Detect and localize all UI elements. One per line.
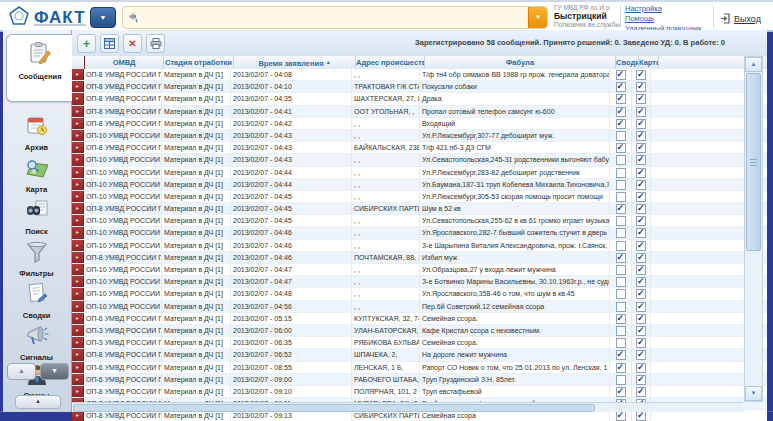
karta-checkbox[interactable] — [636, 94, 646, 104]
table-row[interactable]: ▸ ОП-8 УМВД РОССИИ ПО Г.ИРКУТСКУ Материа… — [72, 106, 767, 118]
svodka-checkbox[interactable] — [616, 143, 626, 153]
column-omvd[interactable]: ОМВД — [85, 56, 164, 69]
sidebar-item-search[interactable]: Поиск — [3, 198, 70, 236]
row-expand-button[interactable]: ▸ — [72, 215, 84, 226]
row-expand-button[interactable]: ▸ — [72, 69, 84, 80]
karta-checkbox[interactable] — [636, 314, 646, 324]
karta-checkbox[interactable] — [636, 363, 646, 373]
table-row[interactable]: ▸ ОП-3 УМВД РОССИИ ПО Г.ИРКУТСКУ Материа… — [72, 325, 767, 337]
table-row[interactable]: ▸ ОП-10 УМВД РОССИИ ПО Г.ИРКУТСКУ Матери… — [72, 215, 767, 227]
svodka-checkbox[interactable] — [616, 107, 626, 117]
svodka-checkbox[interactable] — [616, 192, 626, 202]
karta-checkbox[interactable] — [636, 155, 646, 165]
vertical-scrollbar[interactable]: ▲ ▼ — [744, 56, 763, 402]
karta-checkbox[interactable] — [636, 277, 646, 287]
karta-checkbox[interactable] — [636, 387, 646, 397]
column-time[interactable]: Время заявления ▲ — [234, 56, 356, 69]
sidebar-item-messages[interactable]: Сообщения — [6, 34, 73, 102]
karta-checkbox[interactable] — [636, 192, 646, 202]
horizontal-scrollbar[interactable] — [72, 402, 743, 412]
table-row[interactable]: ▸ ОП-10 УМВД РОССИИ ПО Г.ИРКУТСКУ Матери… — [72, 191, 767, 203]
row-expand-button[interactable]: ▸ — [72, 191, 84, 202]
sidebar-collapse-button[interactable]: ▴ — [15, 395, 61, 409]
logout-button[interactable]: Выход — [720, 10, 761, 28]
column-karta[interactable]: Карта — [639, 56, 659, 69]
table-row[interactable]: ▸ ОП-8 УМВД РОССИИ ПО Г.ИРКУТСКУ Материа… — [72, 203, 767, 215]
svodka-checkbox[interactable] — [616, 265, 626, 275]
svodka-checkbox[interactable] — [616, 363, 626, 373]
karta-checkbox[interactable] — [636, 265, 646, 275]
table-row[interactable]: ▸ ОП-3 УМВД РОССИИ ПО Г.ИРКУТСКУ Материа… — [72, 337, 767, 349]
column-svodka[interactable]: Сводка — [616, 56, 639, 69]
karta-checkbox[interactable] — [636, 289, 646, 299]
announcement-bar[interactable]: ▼ — [122, 6, 548, 29]
row-expand-button[interactable]: ▸ — [72, 81, 84, 92]
table-row[interactable]: ▸ ОП-10 УМВД РОССИИ ПО Г.ИРКУТСКУ Матери… — [72, 130, 767, 142]
scrollbar-thumb[interactable] — [746, 73, 761, 251]
table-row[interactable]: ▸ ОП-10 УМВД РОССИИ ПО Г.ИРКУТСКУ Матери… — [72, 227, 767, 239]
karta-checkbox[interactable] — [636, 70, 646, 80]
svodka-checkbox[interactable] — [616, 155, 626, 165]
sidebar-item-archive[interactable]: Архив — [3, 114, 70, 152]
sidebar-item-filters[interactable]: Фильтры — [3, 240, 70, 278]
karta-checkbox[interactable] — [636, 143, 646, 153]
row-expand-button[interactable]: ▸ — [72, 118, 84, 129]
svodka-checkbox[interactable] — [616, 375, 626, 385]
delete-record-button[interactable]: ✕ — [123, 34, 142, 53]
svodka-checkbox[interactable] — [616, 241, 626, 251]
table-row[interactable]: ▸ ОП-6 УМВД РОССИИ ПО Г.ИРКУТСКУ Материа… — [72, 362, 767, 374]
scrollbar-up-button[interactable]: ▲ — [745, 57, 762, 72]
row-expand-button[interactable]: ▸ — [72, 374, 84, 385]
svodka-checkbox[interactable] — [616, 216, 626, 226]
karta-checkbox[interactable] — [636, 326, 646, 336]
karta-checkbox[interactable] — [636, 131, 646, 141]
karta-checkbox[interactable] — [636, 350, 646, 360]
sidebar-scroll-down-button[interactable]: ▼ — [40, 363, 69, 380]
row-expand-button[interactable]: ▸ — [72, 142, 84, 153]
row-expand-button[interactable]: ▸ — [72, 252, 84, 263]
svodka-checkbox[interactable] — [616, 70, 626, 80]
sidebar-scroll-up-button[interactable]: ▲ — [7, 363, 36, 380]
column-address[interactable]: Адрес происшествия — [356, 56, 425, 69]
karta-checkbox[interactable] — [636, 411, 646, 421]
svodka-checkbox[interactable] — [616, 180, 626, 190]
table-row[interactable]: ▸ ОП-8 УМВД РОССИИ ПО Г.ИРКУТСКУ Материа… — [72, 69, 767, 81]
karta-checkbox[interactable] — [636, 302, 646, 312]
svodka-checkbox[interactable] — [616, 94, 626, 104]
table-row[interactable]: ▸ ОП-10 УМВД РОССИИ ПО Г.ИРКУТСКУ Матери… — [72, 154, 767, 166]
row-expand-button[interactable]: ▸ — [72, 288, 84, 299]
row-expand-button[interactable]: ▸ — [72, 276, 84, 287]
svodka-checkbox[interactable] — [616, 350, 626, 360]
svodka-checkbox[interactable] — [616, 289, 626, 299]
svodka-checkbox[interactable] — [616, 411, 626, 421]
row-expand-button[interactable]: ▸ — [72, 325, 84, 336]
karta-checkbox[interactable] — [636, 168, 646, 178]
row-expand-button[interactable]: ▸ — [72, 93, 84, 104]
table-row[interactable]: ▸ ОП-10 УМВД РОССИИ ПО Г.ИРКУТСКУ Матери… — [72, 264, 767, 276]
karta-checkbox[interactable] — [636, 216, 646, 226]
table-row[interactable]: ▸ ОП-8 УМВД РОССИИ ПО Г.ИРКУТСКУ Материа… — [72, 252, 767, 264]
settings-link[interactable]: Настройка — [625, 4, 702, 13]
svodka-checkbox[interactable] — [616, 168, 626, 178]
scrollbar-down-button[interactable]: ▼ — [745, 386, 762, 401]
row-expand-button[interactable]: ▸ — [72, 362, 84, 373]
karta-checkbox[interactable] — [636, 107, 646, 117]
karta-checkbox[interactable] — [636, 228, 646, 238]
row-expand-button[interactable]: ▸ — [72, 386, 84, 397]
add-record-button[interactable]: + — [77, 34, 96, 53]
svodka-checkbox[interactable] — [616, 119, 626, 129]
row-expand-button[interactable]: ▸ — [72, 106, 84, 117]
table-row[interactable]: ▸ ОП-6 УМВД РОССИИ ПО Г.ИРКУТСКУ Материа… — [72, 313, 767, 325]
table-row[interactable]: ▸ ОП-8 УМВД РОССИИ ПО Г.ИРКУТСКУ Материа… — [72, 118, 767, 130]
karta-checkbox[interactable] — [636, 204, 646, 214]
table-row[interactable]: ▸ ОП-10 УМВД РОССИИ ПО Г.ИРКУТСКУ Матери… — [72, 179, 767, 191]
karta-checkbox[interactable] — [636, 253, 646, 263]
sidebar-item-map[interactable]: Карта — [3, 156, 70, 194]
svodka-checkbox[interactable] — [616, 82, 626, 92]
row-expand-button[interactable]: ▸ — [72, 167, 84, 178]
svodka-checkbox[interactable] — [616, 326, 626, 336]
column-fabula[interactable]: Фабула — [425, 56, 616, 69]
svodka-checkbox[interactable] — [616, 204, 626, 214]
svodka-checkbox[interactable] — [616, 228, 626, 238]
karta-checkbox[interactable] — [636, 82, 646, 92]
